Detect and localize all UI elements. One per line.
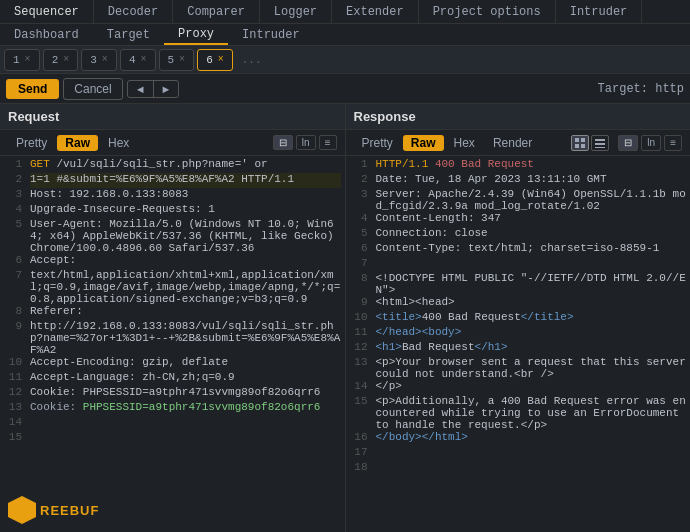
tab-more[interactable]: ... [236, 54, 268, 66]
request-line: 4Upgrade-Insecure-Requests: 1 [0, 203, 345, 218]
line-text: Accept: [30, 254, 341, 269]
line-number: 11 [4, 371, 22, 386]
nav-intruder-sub[interactable]: Intruder [228, 24, 314, 45]
svg-rect-3 [581, 144, 585, 148]
response-tab-hex[interactable]: Hex [446, 135, 483, 151]
response-wrap-btn[interactable]: ⊟ [618, 135, 638, 151]
svg-rect-4 [595, 139, 605, 141]
nav-sequencer[interactable]: Sequencer [0, 0, 94, 23]
view-mode-icons [571, 135, 609, 151]
response-tab-render[interactable]: Render [485, 135, 540, 151]
response-tab-pretty[interactable]: Pretty [354, 135, 401, 151]
nav-decoder[interactable]: Decoder [94, 0, 173, 23]
line-number: 7 [350, 257, 368, 272]
response-header: Response [346, 104, 691, 130]
nav-intruder[interactable]: Intruder [556, 0, 643, 23]
line-number: 6 [350, 242, 368, 257]
tab-6-label: 6 [206, 54, 213, 66]
response-ln-btn[interactable]: ln [641, 135, 661, 151]
nav-comparer[interactable]: Comparer [173, 0, 260, 23]
response-line: 4Content-Length: 347 [346, 212, 691, 227]
top-navigation: Sequencer Decoder Comparer Logger Extend… [0, 0, 690, 24]
tab-4[interactable]: 4 × [120, 49, 156, 71]
line-number: 7 [4, 269, 22, 305]
nav-logger[interactable]: Logger [260, 0, 332, 23]
line-number: 8 [350, 272, 368, 296]
nav-dashboard[interactable]: Dashboard [0, 24, 93, 45]
tab-5-close[interactable]: × [179, 54, 185, 65]
view-icon-grid[interactable] [571, 135, 589, 151]
line-number: 13 [350, 356, 368, 380]
line-text: </head><body> [376, 326, 687, 341]
response-menu-btn[interactable]: ≡ [664, 135, 682, 151]
tab-6[interactable]: 6 × [197, 49, 233, 71]
line-text: Accept-Encoding: gzip, deflate [30, 356, 341, 371]
response-line: 18 [346, 461, 691, 476]
line-number: 18 [350, 461, 368, 476]
second-navigation: Dashboard Target Proxy Intruder [0, 24, 690, 46]
response-tab-raw[interactable]: Raw [403, 135, 444, 151]
request-line: 12Cookie: PHPSESSID=a9tphr471svvmg89of82… [0, 386, 345, 401]
tab-1-label: 1 [13, 54, 20, 66]
request-tab-hex[interactable]: Hex [100, 135, 137, 151]
request-menu-btn[interactable]: ≡ [319, 135, 337, 150]
nav-target[interactable]: Target [93, 24, 164, 45]
line-number: 10 [4, 356, 22, 371]
request-line: 5User-Agent: Mozilla/5.0 (Windows NT 10.… [0, 218, 345, 254]
line-number: 6 [4, 254, 22, 269]
tab-3[interactable]: 3 × [81, 49, 117, 71]
response-line: 6Content-Type: text/html; charset=iso-88… [346, 242, 691, 257]
next-button[interactable]: ► [154, 81, 179, 97]
request-line: 7text/html,application/xhtml+xml,applica… [0, 269, 345, 305]
cancel-button[interactable]: Cancel [63, 78, 122, 100]
send-button[interactable]: Send [6, 79, 59, 99]
request-code-area[interactable]: 1GET /vul/sqli/sqli_str.php?name=' or21=… [0, 156, 345, 532]
nav-project-options[interactable]: Project options [419, 0, 556, 23]
nav-extender[interactable]: Extender [332, 0, 419, 23]
nav-proxy[interactable]: Proxy [164, 24, 228, 45]
tab-2[interactable]: 2 × [43, 49, 79, 71]
request-header: Request [0, 104, 345, 130]
request-ln-btn[interactable]: ln [296, 135, 316, 150]
request-line: 6Accept: [0, 254, 345, 269]
watermark-icon [8, 496, 36, 524]
line-number: 9 [350, 296, 368, 311]
line-text: GET /vul/sqli/sqli_str.php?name=' or [30, 158, 341, 173]
request-wrap-btn[interactable]: ⊟ [273, 135, 293, 150]
toolbar: Send Cancel ◄ ► Target: http [0, 74, 690, 104]
request-line: 13Cookie: PHPSESSID=a9tphr471svvmg89of82… [0, 401, 345, 416]
line-number: 4 [4, 203, 22, 218]
tab-1[interactable]: 1 × [4, 49, 40, 71]
main-content: Request Pretty Raw Hex ⊟ ln ≡ 1GET /vul/… [0, 104, 690, 532]
watermark-text: REEBUF [40, 503, 99, 518]
line-text [376, 257, 687, 272]
response-code-area[interactable]: 1HTTP/1.1 400 Bad Request2Date: Tue, 18 … [346, 156, 691, 532]
tab-6-close[interactable]: × [218, 54, 224, 65]
line-text: HTTP/1.1 400 Bad Request [376, 158, 687, 173]
line-text: http://192.168.0.133:8083/vul/sqli/sqli_… [30, 320, 341, 356]
target-label: Target: http [598, 82, 684, 96]
line-text: </body></html> [376, 431, 687, 446]
tab-5[interactable]: 5 × [159, 49, 195, 71]
tab-3-close[interactable]: × [102, 54, 108, 65]
line-text: Host: 192.168.0.133:8083 [30, 188, 341, 203]
line-text: <html><head> [376, 296, 687, 311]
tab-3-label: 3 [90, 54, 97, 66]
response-panel: Response Pretty Raw Hex Render ⊟ ln ≡ [346, 104, 691, 532]
line-number: 15 [350, 395, 368, 431]
tab-2-close[interactable]: × [63, 54, 69, 65]
prev-button[interactable]: ◄ [128, 81, 154, 97]
line-number: 5 [350, 227, 368, 242]
request-tab-raw[interactable]: Raw [57, 135, 98, 151]
line-text: User-Agent: Mozilla/5.0 (Windows NT 10.0… [30, 218, 341, 254]
tab-4-close[interactable]: × [140, 54, 146, 65]
response-line: 11</head><body> [346, 326, 691, 341]
request-panel: Request Pretty Raw Hex ⊟ ln ≡ 1GET /vul/… [0, 104, 346, 532]
line-text: Server: Apache/2.4.39 (Win64) OpenSSL/1.… [376, 188, 687, 212]
request-tab-pretty[interactable]: Pretty [8, 135, 55, 151]
response-line: 5Connection: close [346, 227, 691, 242]
line-text: 1=1 #&submit=%E6%9F%A5%E8%AF%A2 HTTP/1.1 [30, 173, 341, 188]
tab-4-label: 4 [129, 54, 136, 66]
view-icon-list[interactable] [591, 135, 609, 151]
tab-1-close[interactable]: × [25, 54, 31, 65]
